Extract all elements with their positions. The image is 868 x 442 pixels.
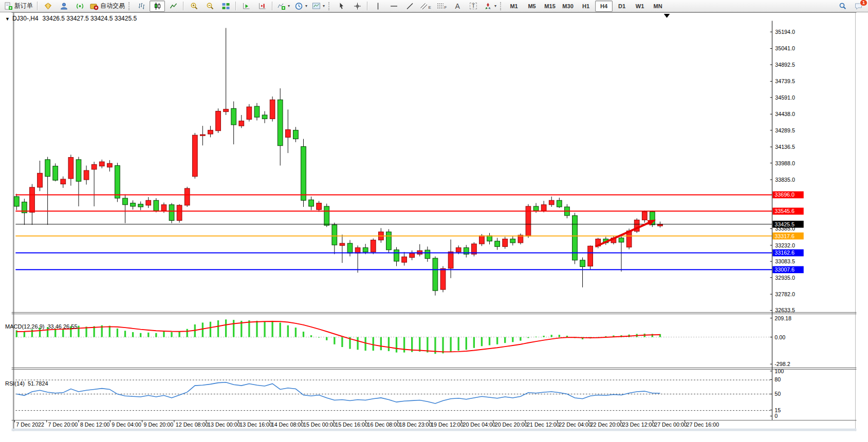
search-button[interactable] [835,1,850,12]
svg-text:13 Dec 00:00: 13 Dec 00:00 [208,421,241,428]
svg-text:35041.0: 35041.0 [775,45,795,51]
tf-m15-button[interactable]: M15 [541,1,559,12]
svg-text:21 Dec 12:00: 21 Dec 12:00 [527,421,560,428]
fibo-tag: F [445,5,447,10]
trendline-tool-button[interactable] [402,1,417,12]
svg-text:50: 50 [774,391,781,397]
cursor-tool-button[interactable] [334,1,349,12]
svg-text:34591.0: 34591.0 [775,94,795,101]
trendline-icon [405,2,414,10]
status-strip [12,429,857,431]
horizontal-line-tool-button[interactable] [386,1,401,12]
rsi-panel-label: RSI(14)51.7824 [5,380,51,387]
svg-text:0.00: 0.00 [774,334,785,340]
svg-text:33385.0: 33385.0 [775,225,795,232]
candlestick-chart-button[interactable] [150,1,165,12]
svg-text:9 Dec 04:00: 9 Dec 04:00 [112,421,141,428]
tile-windows-button[interactable] [218,1,233,12]
text-tool-icon: A [455,3,459,10]
chart-canvas[interactable]: 33696.033545.633425.533317.633162.633007… [0,12,868,442]
separator [367,2,368,10]
toolbar: 新订单 自动交易 [0,0,868,12]
arrows-tool-button[interactable]: ▾ [482,1,498,12]
separator [37,2,38,10]
signals-button[interactable] [72,1,87,12]
svg-text:80: 80 [774,376,781,382]
new-order-button[interactable]: 新订单 [2,1,35,12]
templates-button[interactable]: ▾ [310,1,327,12]
market-button[interactable] [40,1,56,12]
zoom-in-button[interactable] [186,1,201,12]
search-icon [838,2,847,10]
tf-mn-button[interactable]: MN [649,1,667,12]
separator [183,2,184,10]
svg-text:20 Dec 20:00: 20 Dec 20:00 [495,421,528,428]
bar-chart-icon [137,2,146,10]
macd-panel-label: MACD(12,26,9)33.46 26.55 [5,323,81,330]
svg-text:15: 15 [774,407,781,413]
community-button[interactable] [56,1,71,12]
cursor-icon [337,2,346,10]
new-order-label: 新订单 [14,2,33,10]
text-label-tool-button[interactable]: T [466,1,481,12]
svg-text:35194.0: 35194.0 [775,29,795,35]
tf-w1-button[interactable]: W1 [631,1,649,12]
svg-text:33317.6: 33317.6 [774,233,795,239]
tf-m30-button[interactable]: M30 [559,1,577,12]
fibonacci-tool-button[interactable]: F [434,1,449,12]
svg-text:22 Dec 20:00: 22 Dec 20:00 [590,421,623,428]
auto-scroll-button[interactable] [254,1,270,12]
channel-tool-button[interactable]: E [418,1,433,12]
toolbar-grip [500,2,503,10]
svg-text:34289.5: 34289.5 [775,127,795,133]
tf-h1-button[interactable]: H1 [577,1,595,12]
tf-h4-button[interactable]: H4 [595,1,613,12]
tf-m1-button[interactable]: M1 [505,1,523,12]
new-order-icon [4,2,13,10]
chart-shift-icon [242,2,251,10]
autotrading-label: 自动交易 [100,2,125,10]
zoom-in-icon [190,2,198,10]
tile-windows-icon [221,2,230,10]
svg-text:13 Dec 16:00: 13 Dec 16:00 [239,421,272,428]
text-tool-button[interactable]: A [450,1,465,12]
rsi-indicator-value: 51.7824 [28,380,48,387]
zoom-out-button[interactable] [202,1,217,12]
text-label-icon: T [470,3,477,9]
svg-text:33162.6: 33162.6 [774,249,795,256]
chart-header: ▼DJ30-,H433426.5 33427.5 33424.5 33425.5 [5,15,137,22]
indicators-button[interactable]: ▾ [275,1,292,12]
periods-button[interactable]: ▾ [292,1,309,12]
chart-shift-button[interactable] [238,1,254,12]
svg-text:12 Dec 08:00: 12 Dec 08:00 [176,421,209,428]
horizontal-line-icon [390,2,398,10]
rsi-panel: 1008050150 [15,368,784,419]
chart-surface[interactable] [15,21,772,311]
separator [235,2,236,10]
shapes-icon [484,2,492,10]
gem-icon [44,2,52,10]
auto-scroll-icon [258,2,267,10]
chart-shift-marker[interactable] [664,14,670,18]
svg-text:33545.6: 33545.6 [774,208,795,214]
svg-text:33696.0: 33696.0 [774,191,795,198]
notifications-button[interactable]: 1 [851,1,866,12]
svg-text:209.18: 209.18 [774,315,791,321]
tf-m5-button[interactable]: M5 [523,1,541,12]
zoom-out-icon [206,2,214,10]
vertical-line-tool-button[interactable] [370,1,385,12]
profile-icon [60,2,68,10]
time-axis[interactable]: 7 Dec 20227 Dec 20:008 Dec 12:009 Dec 04… [12,420,857,428]
crosshair-tool-button[interactable] [349,1,365,12]
collapse-icon[interactable]: ▼ [5,16,10,22]
bar-chart-button[interactable] [134,1,149,12]
svg-text:27 Dec 00:00: 27 Dec 00:00 [654,421,687,428]
autotrading-button[interactable]: 自动交易 [88,1,127,12]
separator [272,2,273,10]
tf-d1-button[interactable]: D1 [613,1,631,12]
chevron-down-icon: ▾ [323,4,325,8]
line-chart-button[interactable] [165,1,181,12]
macd-indicator-name: MACD(12,26,9) [5,323,44,330]
line-chart-icon [169,2,178,10]
svg-text:16 Dec 08:00: 16 Dec 08:00 [367,421,400,428]
